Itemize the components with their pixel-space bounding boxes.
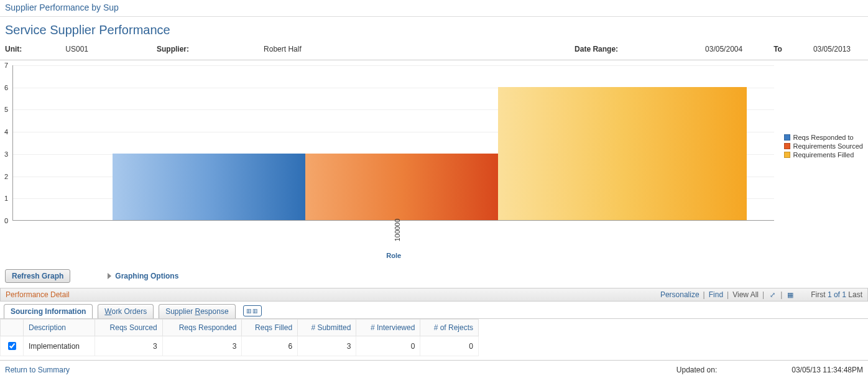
legend: Reqs Responded to Requirements Sourced R… — [784, 134, 863, 160]
nav-count: 1 of 1 — [828, 290, 846, 299]
date-from: 03/05/2004 — [705, 45, 742, 53]
cell-reqs-sourced: 3 — [95, 336, 162, 356]
col-reqs-filled[interactable]: Reqs Filled — [242, 320, 298, 336]
col-description[interactable]: Description — [24, 320, 95, 336]
page-title: Service Supplier Performance — [0, 17, 868, 45]
bar-requirements-filled[interactable] — [498, 87, 747, 220]
separator: | — [762, 290, 764, 299]
legend-label: Requirements Sourced — [793, 142, 863, 150]
legend-item: Reqs Responded to — [784, 134, 863, 141]
date-to: 03/05/2013 — [813, 45, 851, 53]
cell-description: Implementation — [24, 336, 95, 356]
legend-item: Requirements Filled — [784, 151, 863, 159]
y-tick: 7 — [4, 62, 8, 69]
y-tick: 2 — [4, 173, 8, 180]
separator: | — [727, 290, 729, 299]
separator: | — [780, 290, 782, 299]
grid-header-bar: Performance Detail Personalize | Find | … — [0, 288, 868, 302]
filter-bar: Unit: US001 Supplier: Robert Half Date R… — [0, 45, 868, 60]
table-row: Implementation 3 3 6 3 0 0 — [1, 336, 479, 356]
y-tick: 0 — [4, 217, 8, 224]
tab-work-orders[interactable]: Work Orders — [98, 304, 154, 318]
date-range-label: Date Range: — [575, 45, 618, 53]
return-to-summary-link[interactable]: Return to Summary — [5, 366, 70, 374]
chart: 7 6 5 4 3 2 1 0 100000 Role Reqs Respond… — [0, 60, 868, 223]
updated-on-label: Updated on: — [676, 366, 717, 374]
graphing-options-expander[interactable]: Graphing Options — [108, 272, 178, 280]
zoom-icon[interactable]: ⤢ — [768, 290, 777, 299]
cell-reqs-filled: 6 — [242, 336, 298, 356]
performance-detail-table: Description Reqs Sourced Reqs Responded … — [0, 319, 479, 356]
expand-icon — [108, 273, 111, 279]
find-link[interactable]: Find — [709, 290, 723, 299]
legend-label: Requirements Filled — [793, 151, 854, 159]
footer: Return to Summary Updated on: 03/05/13 1… — [0, 360, 868, 378]
col-reqs-sourced[interactable]: Reqs Sourced — [95, 320, 162, 336]
unit-label: Unit: — [5, 45, 22, 53]
tab-sourcing-information[interactable]: Sourcing Information — [4, 304, 93, 318]
y-tick: 5 — [4, 106, 8, 113]
row-select-checkbox[interactable] — [8, 342, 16, 350]
graphing-options-label: Graphing Options — [115, 272, 178, 280]
legend-swatch-icon — [784, 143, 790, 149]
y-tick: 4 — [4, 128, 8, 136]
legend-swatch-icon — [784, 152, 790, 158]
bar-reqs-responded-to[interactable] — [113, 154, 305, 220]
cell-submitted: 3 — [298, 336, 356, 356]
grid-nav: First 1 of 1 Last — [811, 290, 862, 299]
col-select — [1, 320, 24, 336]
y-tick: 1 — [4, 195, 8, 202]
col-reqs-responded[interactable]: Reqs Responded — [162, 320, 242, 336]
grid-title: Performance Detail — [6, 290, 70, 299]
breadcrumb[interactable]: Supplier Performance by Sup — [0, 0, 868, 17]
col-submitted[interactable]: # Submitted — [298, 320, 356, 336]
legend-swatch-icon — [784, 134, 790, 141]
bar-requirements-sourced[interactable] — [305, 154, 498, 220]
unit-value: US001 — [65, 45, 88, 53]
cell-interviewed: 0 — [356, 336, 420, 356]
show-all-columns-icon[interactable]: ▥▥ — [243, 305, 262, 316]
to-label: To — [773, 45, 782, 53]
x-axis-title: Role — [386, 252, 401, 259]
tab-row: Sourcing Information Work Orders Supplie… — [0, 302, 868, 319]
x-tick: 100000 — [394, 219, 401, 242]
legend-label: Reqs Responded to — [793, 134, 853, 141]
grid-icon[interactable]: ▦ — [786, 290, 795, 299]
refresh-graph-button[interactable]: Refresh Graph — [5, 269, 70, 283]
col-interviewed[interactable]: # Interviewed — [356, 320, 420, 336]
cell-reqs-responded: 3 — [162, 336, 242, 356]
personalize-link[interactable]: Personalize — [660, 290, 699, 299]
nav-last[interactable]: Last — [848, 290, 862, 299]
view-all-link[interactable]: View All — [732, 290, 759, 299]
col-rejects[interactable]: # of Rejects — [420, 320, 479, 336]
tab-supplier-response[interactable]: Supplier Response — [159, 304, 235, 318]
separator: | — [703, 290, 705, 299]
legend-item: Requirements Sourced — [784, 142, 863, 150]
chart-plot-area: 7 6 5 4 3 2 1 0 100000 Role — [12, 65, 774, 221]
updated-on-value: 03/05/13 11:34:48PM — [792, 366, 863, 374]
nav-first[interactable]: First — [811, 290, 825, 299]
table-header-row: Description Reqs Sourced Reqs Responded … — [1, 320, 479, 336]
cell-rejects: 0 — [420, 336, 479, 356]
y-tick: 3 — [4, 150, 8, 158]
supplier-value: Robert Half — [264, 45, 302, 53]
y-tick: 6 — [4, 84, 8, 91]
supplier-label: Supplier: — [157, 45, 189, 53]
